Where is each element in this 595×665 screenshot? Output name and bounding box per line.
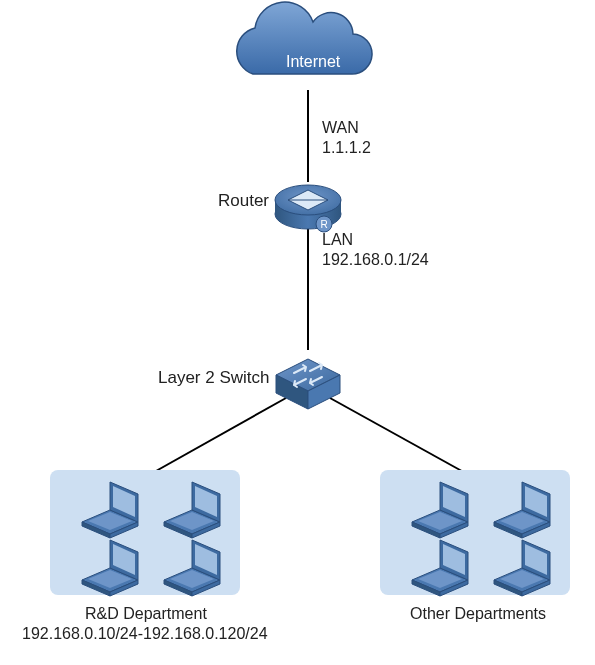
- other-dept-title: Other Departments: [410, 604, 546, 624]
- rd-dept-range: 192.168.0.10/24-192.168.0.120/24: [22, 624, 268, 644]
- laptops-icon: [0, 0, 595, 665]
- rd-dept-title: R&D Department: [85, 604, 207, 624]
